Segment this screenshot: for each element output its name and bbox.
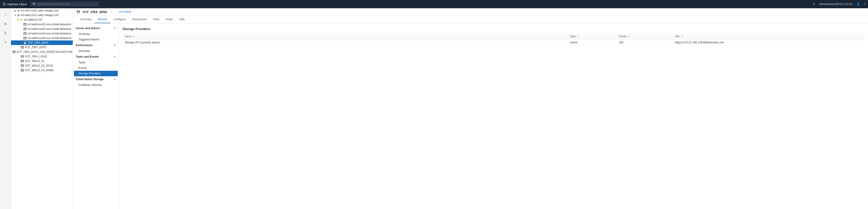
- tabs-bar: Summary Monitor Configure Permissions Fi…: [73, 16, 868, 23]
- nav-item-container-volumes[interactable]: Container Volumes: [73, 82, 119, 88]
- tree-item-esx03[interactable]: 💾 vcf-wkld-esx03-esx-install-datastore: [11, 31, 73, 36]
- tree-item-vcf-m01[interactable]: ▶ 🖥 vcf-m01-vc01.sddc.netapp.com: [11, 8, 73, 13]
- tab-permissions[interactable]: Permissions: [129, 16, 150, 23]
- tree-arrow: ▼: [14, 14, 17, 17]
- page-title: VCF_ORA_BINS: [83, 10, 107, 14]
- url-filter-icon[interactable]: ▼: [681, 35, 683, 38]
- help-icon[interactable]: ?: [864, 2, 865, 6]
- globe-icon-btn[interactable]: ⊙: [1, 38, 10, 47]
- server-icon: 🖥: [17, 9, 20, 12]
- datastore-icon: 💾: [21, 64, 24, 67]
- datastore-icon: 💾: [23, 41, 27, 44]
- tree-item-vcf-ora-bins[interactable]: 💾 VCF_ORA_BINS: [11, 40, 73, 45]
- tree-label: VCF_ORA_LOGS: [25, 55, 47, 58]
- cell-state: Active: [567, 39, 616, 46]
- col-header-priority: Priority ▼: [617, 33, 673, 39]
- tasks-events-label: Tasks and Events: [76, 55, 99, 58]
- performance-arrow: ▼: [114, 44, 116, 47]
- cloud-native-arrow: ▼: [114, 78, 116, 81]
- list-icon-btn[interactable]: ☰: [1, 29, 10, 37]
- nav-item-tasks[interactable]: Tasks: [73, 60, 119, 65]
- tree-item-vcf-ora-data-vvol[interactable]: 💾 VCF_ORA_DATA_vVol_20240718115057166: [11, 50, 73, 54]
- nav-item-triggered-alarms[interactable]: Triggered Alarms: [73, 37, 119, 42]
- tree-label: vcf-wkld-esx02-esx-install-datastore: [28, 27, 71, 31]
- tree-label: VCF_WKLD_01: [25, 59, 44, 63]
- tree-item-vcf-wkld-01[interactable]: 💾 VCF_WKLD_01: [11, 59, 73, 63]
- user-icon: 👤: [857, 2, 860, 6]
- col-header-state: State ▼: [567, 33, 616, 39]
- datastore-icon: 💾: [21, 55, 24, 58]
- state-filter-icon[interactable]: ▼: [577, 35, 579, 38]
- topbar-right: ↻ Administrator@VCF.LOCAL 👤 ?: [813, 2, 865, 6]
- issues-alarms-label: Issues and Alarms: [76, 27, 100, 30]
- datastore-icon: 💾: [23, 32, 27, 35]
- search-bar[interactable]: 🔍: [30, 2, 99, 6]
- tree-item-esx02[interactable]: 💾 vcf-wkld-esx02-esx-install-datastore: [11, 27, 73, 31]
- cell-url: https://172.21.166.149:9083/version.xml: [673, 39, 864, 46]
- tasks-events-arrow: ▼: [114, 56, 116, 58]
- actions-label: ACTIONS: [119, 10, 131, 13]
- nav-item-storage-providers[interactable]: Storage Providers: [74, 71, 118, 76]
- col-header-name: Name ▼: [123, 33, 567, 39]
- tree-item-vcf-wkld-03[interactable]: 💾 VCF_WKLD_03_iSCSI: [11, 63, 73, 68]
- tree-item-wkld-dc[interactable]: ▼ 📁 vcf-wkld-01-DC: [11, 18, 73, 22]
- sidebar-icons: ⌂ ⊞ ☰ ⊙: [0, 8, 11, 209]
- tree-item-esx01[interactable]: 💾 vcf-wkld-esx01-esx-install-datastore: [11, 22, 73, 27]
- priority-filter-icon[interactable]: ▼: [628, 35, 630, 38]
- user-menu[interactable]: Administrator@VCF.LOCAL: [819, 2, 853, 6]
- nav-section-cloud-native[interactable]: Cloud Native Storage ▼: [73, 76, 119, 82]
- tree-label: VCF_ORA_BINS: [28, 41, 49, 44]
- datastore-icon: 💾: [21, 60, 24, 63]
- tree-item-vcf-ora-logs[interactable]: 💾 VCF_ORA_LOGS: [11, 54, 73, 59]
- search-icon: 🔍: [33, 2, 36, 6]
- tab-vms[interactable]: VMs: [176, 16, 188, 23]
- name-filter-icon[interactable]: ▼: [133, 35, 135, 38]
- refresh-icon[interactable]: ↻: [813, 2, 815, 6]
- storage-providers-table: Name ▼ State ▼ Priority ▼: [123, 33, 864, 46]
- nav-section-tasks-events[interactable]: Tasks and Events ▼: [73, 54, 119, 60]
- tree-label: vcf-wkld-esx01-esx-install-datastore: [28, 23, 71, 26]
- tree-label: VCF_ORA_DATA: [25, 46, 46, 49]
- topbar: ☰ vSphere Client 🔍 ↻ Administrator@VCF.L…: [0, 0, 868, 8]
- tab-monitor[interactable]: Monitor: [95, 16, 111, 23]
- tree-label: vcf-wkld-01-DC: [24, 18, 43, 21]
- datastore-icon: 💾: [21, 46, 24, 49]
- tab-summary[interactable]: Summary: [76, 16, 95, 23]
- tree-label: vcf-wkld-esx04-esx-install-datastore: [28, 36, 71, 40]
- search-input[interactable]: [37, 2, 83, 6]
- nav-section-performance[interactable]: Performance ▼: [73, 42, 119, 48]
- table-row[interactable]: NetApp-VP (currently active) Active 255 …: [123, 39, 864, 46]
- nav-section-issues-alarms[interactable]: Issues and Alarms ▼: [73, 25, 119, 31]
- app-title: vSphere Client: [7, 2, 27, 6]
- tree-label: VCF_ORA_DATA_vVol_20240718115057166: [17, 50, 72, 54]
- datastore-icon: 💾: [23, 37, 27, 40]
- tree-label: VCF_WKLD_03_iSCSI: [25, 64, 53, 67]
- nav-item-events[interactable]: Events: [73, 65, 119, 71]
- right-content: Storage Providers Name ▼ State ▼: [119, 23, 868, 209]
- tab-hosts[interactable]: Hosts: [162, 16, 176, 23]
- app-container: ⌂ ⊞ ☰ ⊙ ▶ 🖥 vcf-m01-vc01.sddc.netapp.com…: [0, 8, 868, 209]
- datastore-header-icon: 💾: [76, 10, 80, 13]
- storage-providers-title: Storage Providers: [123, 27, 864, 31]
- tree-arrow: ▶: [14, 9, 17, 12]
- tree-item-esx04[interactable]: 💾 vcf-wkld-esx04-esx-install-datastore: [11, 36, 73, 40]
- tree-item-vcf-wkld[interactable]: ▼ 🖥 vcf-wkld-vc01.sddc.netapp.com: [11, 13, 73, 18]
- menu-icon[interactable]: ☰: [3, 2, 6, 6]
- col-header-url: URL ▼: [673, 33, 864, 39]
- app-logo: ☰ vSphere Client: [3, 2, 27, 6]
- folder-icon: 📁: [20, 19, 23, 21]
- tree-item-vcf-ora-data[interactable]: 💾 VCF_ORA_DATA: [11, 45, 73, 50]
- tree-label: vcf-m01-vc01.sddc.netapp.com: [21, 9, 59, 12]
- tab-configure[interactable]: Configure: [111, 16, 129, 23]
- tree-panel: ▶ 🖥 vcf-m01-vc01.sddc.netapp.com ▼ 🖥 vcf…: [11, 8, 73, 209]
- nav-item-overview[interactable]: Overview: [73, 48, 119, 54]
- tree-item-vcf-wkld-04[interactable]: 💾 VCF_WKLD_04_NVMe: [11, 68, 73, 72]
- content-split: Issues and Alarms ▼ All Issues Triggered…: [73, 23, 868, 209]
- performance-label: Performance: [76, 43, 92, 47]
- content-header: 💾 VCF_ORA_BINS | ⋮ ACTIONS: [73, 8, 868, 16]
- nav-item-all-issues[interactable]: All Issues: [73, 31, 119, 37]
- inventory-icon-btn[interactable]: ⊞: [1, 20, 10, 28]
- actions-button[interactable]: ⋮ ACTIONS: [115, 10, 131, 13]
- tab-files[interactable]: Files: [150, 16, 162, 23]
- home-icon-btn[interactable]: ⌂: [1, 10, 10, 19]
